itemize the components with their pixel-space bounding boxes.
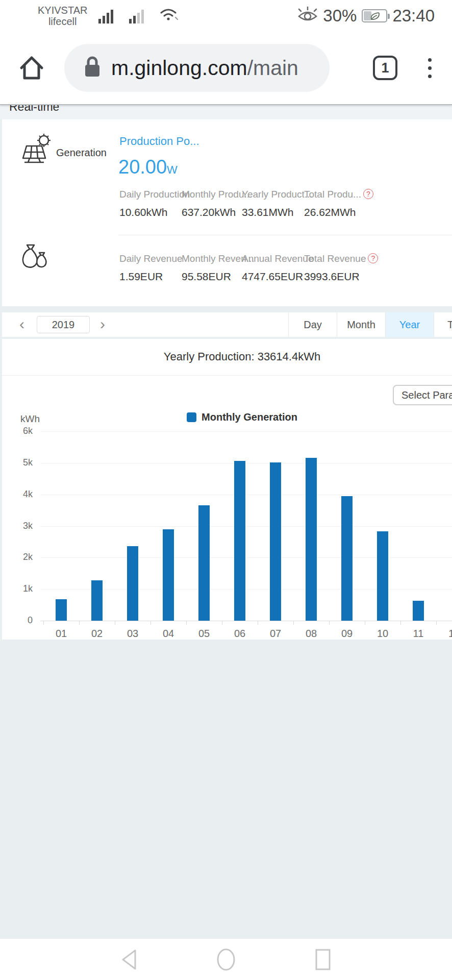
solar-panel-icon	[19, 134, 53, 168]
y-tick-label: 6k	[2, 426, 33, 436]
y-tick-label: 1k	[2, 583, 33, 594]
home-icon[interactable]	[18, 54, 45, 82]
divider	[118, 235, 452, 235]
bar-04	[163, 529, 174, 621]
x-tick-label: 07	[264, 628, 287, 640]
axis-tick	[365, 621, 365, 625]
web-page: Real-time Generation Production Po... 20…	[0, 105, 452, 938]
x-tick-label: 03	[121, 628, 144, 640]
url-text: m.ginlong.com/main	[111, 56, 298, 80]
divider	[2, 375, 452, 376]
browser-toolbar: m.ginlong.com/main 1	[0, 32, 452, 105]
eye-comfort-icon	[297, 6, 318, 26]
section-title: Real-time	[9, 105, 452, 114]
stat-value: 26.62MWh	[304, 206, 356, 218]
url-bar[interactable]: m.ginlong.com/main	[64, 44, 330, 92]
stat-label: Daily Revenue	[119, 253, 183, 264]
stat-value: 1.59EUR	[119, 271, 163, 283]
carrier-label: KYIVSTAR lifecell	[38, 5, 87, 27]
chart-legend[interactable]: Monthly Generation	[2, 411, 452, 423]
x-axis-line	[40, 621, 452, 621]
prev-year-button[interactable]: ‹	[14, 315, 30, 333]
stat-label: Total Revenue?	[304, 253, 378, 264]
tab-year[interactable]: Year	[385, 312, 434, 337]
axis-tick	[258, 621, 258, 625]
y-axis-unit: kWh	[20, 413, 40, 425]
next-year-button[interactable]: ›	[95, 315, 110, 333]
yearly-production-summary: Yearly Production: 33614.4kWh	[2, 350, 452, 363]
x-tick-label: 06	[229, 628, 251, 640]
chart-card: Yearly Production: 33614.4kWh Select Par…	[2, 339, 452, 640]
production-power-label: Production Po...	[119, 135, 199, 148]
y-tick-label: 3k	[2, 521, 33, 531]
axis-tick	[186, 621, 187, 625]
stat-value: 33.61MWh	[242, 206, 294, 218]
axis-tick	[436, 621, 437, 625]
x-tick-label: 12	[443, 628, 452, 640]
x-tick-label: 02	[86, 628, 108, 640]
axis-tick	[150, 621, 151, 625]
gridline	[40, 557, 452, 558]
stat-value: 4747.65EUR	[242, 271, 303, 283]
year-select[interactable]: 2019	[37, 316, 90, 333]
home-nav-icon[interactable]	[215, 947, 237, 972]
bar-11	[413, 601, 424, 621]
section-header: Real-time	[0, 105, 452, 119]
browser-menu-icon[interactable]	[428, 58, 432, 78]
select-parameter-button[interactable]: Select Paramete...	[393, 385, 452, 405]
generation-label: Generation	[56, 147, 107, 159]
stat-label: Yearly Product...	[242, 189, 313, 200]
period-tabs: Day Month Year Total	[288, 312, 452, 337]
x-tick-label: 08	[300, 628, 322, 640]
wifi-icon	[160, 6, 180, 26]
recents-icon[interactable]	[312, 947, 334, 972]
axis-tick	[400, 621, 401, 625]
help-icon[interactable]: ?	[363, 189, 373, 199]
bar-08	[306, 458, 317, 621]
tab-total[interactable]: Total	[434, 312, 452, 337]
stat-value: 95.58EUR	[182, 271, 231, 283]
status-bar: KYIVSTAR lifecell 30%	[0, 0, 452, 32]
production-power-value: 20.00W	[118, 156, 178, 178]
gridline	[40, 495, 452, 495]
tab-day[interactable]: Day	[288, 312, 337, 337]
bar-10	[377, 531, 388, 621]
bar-chart: 01k2k3k4k5k6k010203040506070809101112	[2, 431, 452, 621]
battery-icon	[362, 9, 387, 22]
overview-card: Generation Production Po... 20.00W Daily…	[2, 119, 452, 306]
y-tick-label: 0	[2, 615, 33, 626]
stat-value: 10.60kWh	[119, 206, 168, 218]
legend-label: Monthly Generation	[202, 411, 297, 423]
stat-value: 637.20kWh	[182, 206, 236, 218]
bar-05	[198, 505, 210, 621]
bar-01	[56, 599, 67, 621]
signal-strength-icon-2	[129, 8, 146, 26]
help-icon[interactable]: ?	[368, 253, 378, 263]
axis-tick	[329, 621, 330, 625]
tab-switcher-button[interactable]: 1	[373, 56, 397, 80]
stat-label: Daily Production	[119, 189, 190, 200]
x-tick-label: 11	[407, 628, 430, 640]
battery-percent: 30%	[323, 6, 357, 26]
tab-month[interactable]: Month	[337, 312, 385, 337]
y-tick-label: 5k	[2, 457, 33, 468]
x-tick-label: 01	[50, 628, 72, 640]
bar-06	[234, 461, 245, 621]
x-tick-label: 10	[371, 628, 394, 640]
gridline	[40, 431, 452, 432]
period-toolbar: ‹ 2019 › Day Month Year Total	[2, 312, 452, 337]
back-icon[interactable]	[118, 947, 140, 972]
x-tick-label: 04	[157, 628, 180, 640]
bar-02	[91, 580, 103, 621]
x-tick-label: 09	[336, 628, 358, 640]
bar-03	[127, 546, 138, 621]
android-navigation-bar	[0, 938, 452, 980]
signal-strength-icon-1	[98, 8, 116, 26]
gridline	[40, 526, 452, 527]
clock: 23:40	[392, 6, 435, 26]
axis-tick	[43, 621, 44, 625]
bar-09	[341, 496, 353, 621]
stat-label: Annual Revenue	[242, 253, 314, 264]
lock-icon	[84, 56, 101, 80]
stat-label: Total Produ...?	[304, 189, 373, 200]
